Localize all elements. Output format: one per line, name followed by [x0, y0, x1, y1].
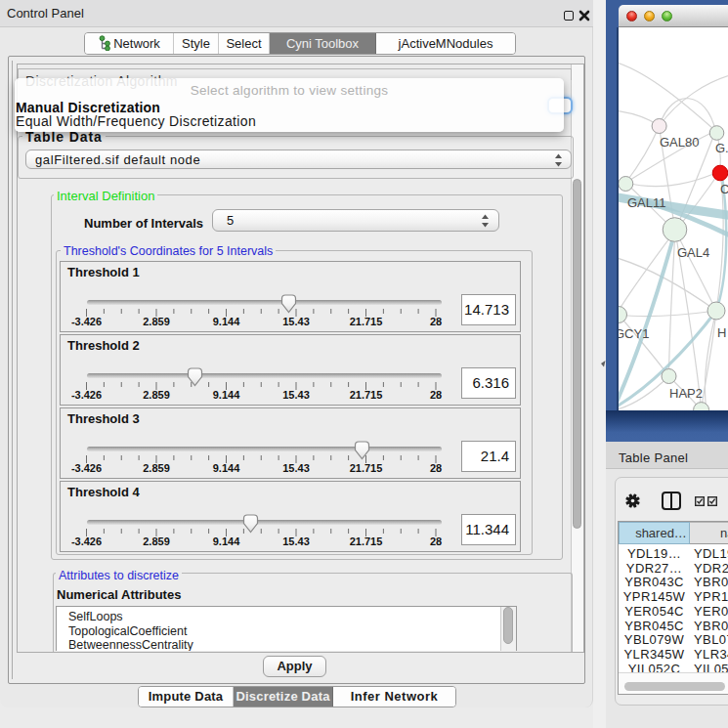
svg-text:C: C [720, 182, 728, 196]
svg-text:GAL4: GAL4 [677, 245, 709, 260]
svg-text:GAL11: GAL11 [627, 195, 666, 210]
svg-text:HAP2: HAP2 [669, 386, 703, 401]
svg-text:G.: G. [715, 141, 728, 155]
svg-text:GAL80: GAL80 [660, 135, 699, 150]
svg-text:H: H [717, 325, 726, 340]
svg-text:GCY1: GCY1 [619, 326, 649, 341]
